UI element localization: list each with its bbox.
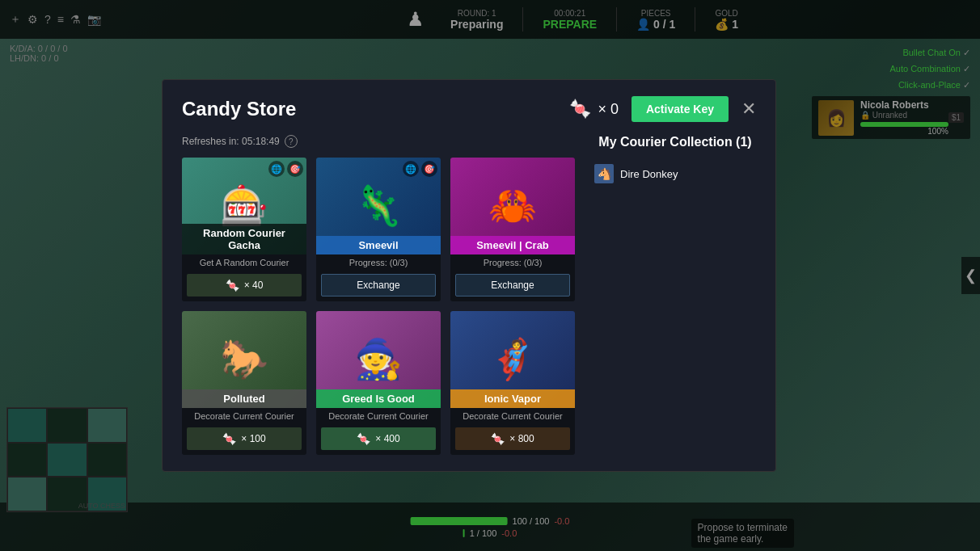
item-card-ionic: 🦸 Ionic Vapor Decorate Current Courier 🍬… [450,311,575,455]
items-grid: 🎰 🌐 🎯 Random Courier Gacha Get A Random … [182,158,575,455]
modal-body: Refreshes in: 05:18:49 ? 🎰 🌐 🎯 Random Co… [182,135,756,455]
collection-panel: My Courier Collection (1) 🐴 Dire Donkey [594,135,756,455]
item-price-gacha[interactable]: 🍬 × 40 [187,274,302,297]
modal-title: Candy Store [182,98,296,120]
activate-key-button[interactable]: Activate Key [632,96,729,122]
target-icon-smeevil: 🎯 [421,161,437,177]
item-card-smeevil-crab: 🦀 Smeevil | Crab Progress: (0/3) Exchang… [450,158,575,301]
item-icons-smeevil: 🌐 🎯 [403,161,437,177]
globe-icon: 🌐 [268,161,285,177]
target-icon: 🎯 [287,161,303,177]
collection-item-dire-donkey: 🐴 Dire Donkey [594,159,756,188]
item-badge-gacha: Random Courier Gacha [182,224,306,254]
item-label-polluted: Decorate Current Courier [182,408,306,424]
refresh-help-icon[interactable]: ? [285,135,298,148]
item-card-gacha: 🎰 🌐 🎯 Random Courier Gacha Get A Random … [182,158,306,301]
candy-icon-header: 🍬 [569,99,591,120]
item-price-smeevil[interactable]: Exchange [321,274,436,297]
modal-overlay: Candy Store 🍬 × 0 Activate Key ✕ Refresh… [0,0,980,551]
price-text-greed: × 400 [375,433,399,444]
globe-icon-smeevil: 🌐 [403,161,419,177]
item-badge-polluted: Polluted [182,389,306,408]
item-price-polluted[interactable]: 🍬 × 100 [187,427,302,450]
item-label-ionic: Decorate Current Courier [450,408,575,424]
item-badge-smeevil-crab: Smeevil | Crab [450,236,575,254]
item-img-ionic: 🦸 Ionic Vapor [450,311,575,408]
item-img-greed: 🧙 Greed Is Good [316,311,441,408]
item-card-polluted: 🐎 Polluted Decorate Current Courier 🍬 × … [182,311,306,455]
candy-icon-greed: 🍬 [357,432,370,445]
candy-count-value: × 0 [598,101,619,118]
candy-icon-ionic: 🍬 [491,432,505,445]
store-refresh: Refreshes in: 05:18:49 ? [182,135,575,148]
price-text-gacha: × 40 [244,280,264,291]
candy-icon-gacha: 🍬 [226,279,239,292]
item-icons-gacha: 🌐 🎯 [268,161,303,177]
item-card-greed: 🧙 Greed Is Good Decorate Current Courier… [316,311,441,455]
price-text-smeevil-crab: Exchange [491,280,534,291]
price-text-smeevil: Exchange [357,280,399,291]
price-text-polluted: × 100 [241,433,265,444]
item-img-smeevil-crab: 🦀 Smeevil | Crab [450,158,575,254]
modal-header-right: 🍬 × 0 Activate Key ✕ [569,96,756,122]
item-badge-smeevil: Smeevil [316,236,441,254]
item-badge-greed: Greed Is Good [316,389,441,408]
item-price-ionic[interactable]: 🍬 × 800 [455,427,570,450]
item-img-smeevil: 🦎 🌐 🎯 Smeevil [316,158,441,254]
collection-title: My Courier Collection (1) [594,135,756,149]
store-section: Refreshes in: 05:18:49 ? 🎰 🌐 🎯 Random Co… [182,135,575,455]
item-label-greed: Decorate Current Courier [316,408,441,424]
item-img-polluted: 🐎 Polluted [182,311,306,408]
close-modal-button[interactable]: ✕ [741,100,756,118]
item-badge-ionic: Ionic Vapor [450,389,575,408]
item-card-smeevil: 🦎 🌐 🎯 Smeevil Progress: (0/3) Exchange [316,158,441,301]
item-price-smeevil-crab[interactable]: Exchange [455,274,570,297]
candy-count: 🍬 × 0 [569,99,619,120]
item-label-smeevil-crab: Progress: (0/3) [450,254,575,271]
item-price-greed[interactable]: 🍬 × 400 [321,427,436,450]
item-label-gacha: Get A Random Courier [182,254,306,271]
item-label-smeevil: Progress: (0/3) [316,254,441,271]
courier-icon-dire-donkey: 🐴 [594,164,614,183]
candy-icon-polluted: 🍬 [222,432,236,445]
item-img-gacha: 🎰 🌐 🎯 Random Courier Gacha [182,158,306,254]
price-text-ionic: × 800 [509,433,534,444]
courier-name-dire-donkey: Dire Donkey [620,168,678,180]
candy-store-modal: Candy Store 🍬 × 0 Activate Key ✕ Refresh… [162,79,776,472]
modal-header: Candy Store 🍬 × 0 Activate Key ✕ [182,96,756,122]
